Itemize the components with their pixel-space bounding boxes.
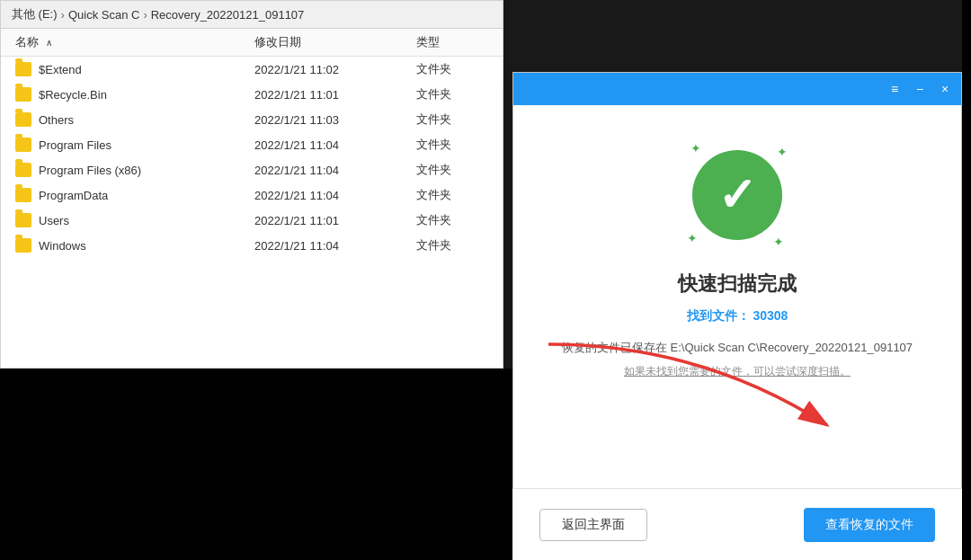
app-footer: 返回主界面 查看恢复的文件 <box>512 488 962 560</box>
file-modified: 2022/1/21 11:04 <box>254 189 416 202</box>
file-name: Users <box>39 214 69 227</box>
file-type: 文件夹 <box>416 86 488 102</box>
col-name[interactable]: 名称 ∧ <box>15 34 254 50</box>
success-circle: ✓ <box>692 150 782 240</box>
files-found: 找到文件： 30308 <box>687 308 788 324</box>
file-modified: 2022/1/21 11:02 <box>254 63 416 76</box>
table-row[interactable]: $Recycle.Bin 2022/1/21 11:01 文件夹 <box>1 82 503 107</box>
table-row[interactable]: Windows 2022/1/21 11:04 文件夹 <box>1 233 503 258</box>
file-modified: 2022/1/21 11:01 <box>254 88 416 102</box>
file-name: $Recycle.Bin <box>39 88 107 102</box>
hint-text: 如果未找到您需要的文件，可以尝试深度扫描。 <box>624 364 851 379</box>
sort-icon: ∧ <box>46 38 52 48</box>
app-titlebar: ≡ − × <box>513 73 961 105</box>
close-button[interactable]: × <box>936 80 954 98</box>
back-button[interactable]: 返回主界面 <box>539 509 647 541</box>
explorer-header: 名称 ∧ 修改日期 类型 <box>1 29 503 57</box>
file-modified: 2022/1/21 11:04 <box>254 239 416 253</box>
folder-icon <box>15 238 31 253</box>
folder-icon <box>15 87 31 102</box>
file-modified: 2022/1/21 11:01 <box>254 214 416 227</box>
menu-button[interactable]: ≡ <box>886 80 904 98</box>
breadcrumb[interactable]: 其他 (E:) › Quick Scan C › Recovery_202201… <box>1 1 503 29</box>
file-modified: 2022/1/21 11:03 <box>254 113 416 127</box>
folder-icon <box>15 62 31 76</box>
file-name-cell: $Recycle.Bin <box>15 87 254 102</box>
file-name: Others <box>39 113 74 127</box>
file-name-cell: Users <box>15 213 254 227</box>
table-row[interactable]: Others 2022/1/21 11:03 文件夹 <box>1 107 503 132</box>
file-modified: 2022/1/21 11:04 <box>254 164 416 177</box>
save-path: 恢复的文件已保存在 E:\Quick Scan C\Recovery_20220… <box>562 339 913 357</box>
table-row[interactable]: Program Files 2022/1/21 11:04 文件夹 <box>1 132 503 157</box>
file-type: 文件夹 <box>416 237 488 253</box>
sparkle-tr: ✦ <box>777 145 788 159</box>
file-name-cell: Program Files <box>15 138 254 152</box>
table-row[interactable]: Program Files (x86) 2022/1/21 11:04 文件夹 <box>1 157 503 182</box>
success-icon-wrapper: ✦ ✦ ✓ ✦ ✦ <box>683 141 791 249</box>
col-modified: 修改日期 <box>254 34 416 50</box>
file-type: 文件夹 <box>416 111 488 128</box>
breadcrumb-sep2: › <box>143 8 147 22</box>
folder-icon <box>15 188 31 202</box>
file-name: Program Files (x86) <box>39 164 141 177</box>
file-explorer-window: 其他 (E:) › Quick Scan C › Recovery_202201… <box>0 0 503 369</box>
file-name-cell: Windows <box>15 238 254 253</box>
file-name: Windows <box>39 239 86 253</box>
file-name-cell: Program Files (x86) <box>15 163 254 177</box>
breadcrumb-part3: Recovery_20220121_091107 <box>151 8 305 22</box>
sparkle-br: ✦ <box>773 235 784 249</box>
sparkle-tl: ✦ <box>690 141 701 156</box>
folder-icon <box>15 138 31 152</box>
black-bar-bottom <box>0 369 512 560</box>
checkmark-icon: ✓ <box>717 172 757 218</box>
file-type: 文件夹 <box>416 137 488 153</box>
minimize-button[interactable]: − <box>911 80 929 98</box>
file-name-cell: $Extend <box>15 62 254 76</box>
breadcrumb-part1: 其他 (E:) <box>12 6 58 22</box>
file-list: $Extend 2022/1/21 11:02 文件夹 $Recycle.Bin… <box>1 57 503 258</box>
file-type: 文件夹 <box>416 212 488 228</box>
black-bar-right <box>962 0 971 560</box>
file-type: 文件夹 <box>416 162 488 178</box>
breadcrumb-part2: Quick Scan C <box>68 8 139 22</box>
folder-icon <box>15 112 31 127</box>
scan-complete-title: 快速扫描完成 <box>678 271 797 298</box>
app-content: ✦ ✦ ✓ ✦ ✦ 快速扫描完成 找到文件： 30308 恢复的文件已保存在 E… <box>513 105 961 433</box>
file-name: $Extend <box>39 63 82 76</box>
folder-icon <box>15 213 31 227</box>
file-name: ProgramData <box>39 189 108 202</box>
view-files-button[interactable]: 查看恢复的文件 <box>804 508 935 542</box>
recovery-app-window: ≡ − × ✦ ✦ ✓ ✦ ✦ 快速扫描完成 找到文件： 30308 恢复的文件… <box>512 72 962 548</box>
col-type: 类型 <box>416 34 488 50</box>
file-modified: 2022/1/21 11:04 <box>254 138 416 152</box>
file-name: Program Files <box>39 138 111 152</box>
folder-icon <box>15 163 31 177</box>
file-type: 文件夹 <box>416 61 488 77</box>
table-row[interactable]: ProgramData 2022/1/21 11:04 文件夹 <box>1 182 503 208</box>
file-type: 文件夹 <box>416 187 488 203</box>
table-row[interactable]: $Extend 2022/1/21 11:02 文件夹 <box>1 57 503 82</box>
file-name-cell: ProgramData <box>15 188 254 202</box>
sparkle-bl: ✦ <box>687 231 698 245</box>
file-name-cell: Others <box>15 112 254 127</box>
table-row[interactable]: Users 2022/1/21 11:01 文件夹 <box>1 208 503 233</box>
breadcrumb-sep1: › <box>61 8 65 22</box>
